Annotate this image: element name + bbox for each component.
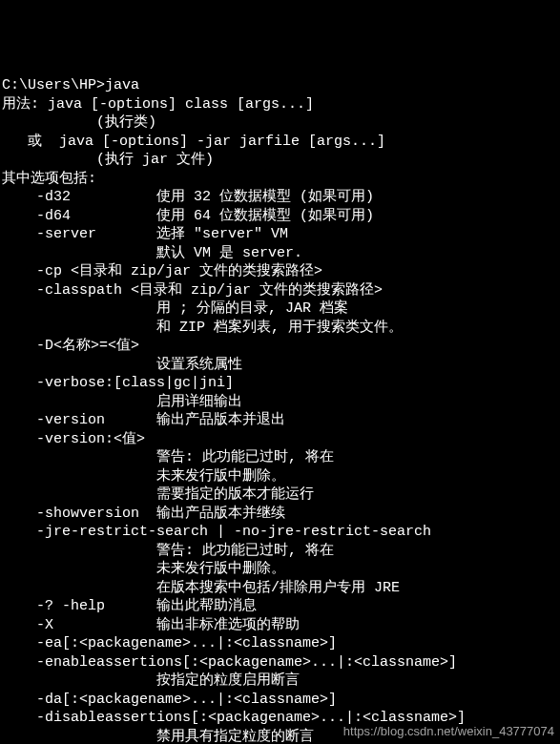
terminal-line: 设置系统属性 [2,356,560,375]
terminal-line: 启用详细输出 [2,393,560,412]
terminal-line: -server 选择 "server" VM [2,225,560,244]
terminal-output: C:\Users\HP>java用法: java [-options] clas… [2,76,560,744]
terminal-line: -? -help 输出此帮助消息 [2,597,560,616]
terminal-line: 需要指定的版本才能运行 [2,486,560,505]
terminal-line: -classpath <目录和 zip/jar 文件的类搜索路径> [2,281,560,300]
terminal-line: 和 ZIP 档案列表, 用于搜索类文件。 [2,319,560,338]
terminal-line: 按指定的粒度启用断言 [2,672,560,691]
terminal-line: 默认 VM 是 server. [2,244,560,263]
terminal-line: -da[:<packagename>...|:<classname>] [2,691,560,710]
terminal-line: -D<名称>=<值> [2,337,560,356]
terminal-line: -jre-restrict-search | -no-jre-restrict-… [2,523,560,542]
terminal-line: 警告: 此功能已过时, 将在 [2,448,560,467]
terminal-line: (执行 jar 文件) [2,151,560,170]
terminal-line: 用法: java [-options] class [args...] [2,95,560,114]
terminal-line: -d64 使用 64 位数据模型 (如果可用) [2,207,560,226]
terminal-line: (执行类) [2,114,560,133]
terminal-line: 或 java [-options] -jar jarfile [args...] [2,133,560,152]
terminal-line: -enableassertions[:<packagename>...|:<cl… [2,653,560,672]
terminal-line: -cp <目录和 zip/jar 文件的类搜索路径> [2,262,560,281]
terminal-line: C:\Users\HP>java [2,76,560,95]
terminal-line: 其中选项包括: [2,170,560,189]
terminal-line: -verbose:[class|gc|jni] [2,374,560,393]
terminal-line: -ea[:<packagename>...|:<classname>] [2,634,560,653]
watermark-text: https://blog.csdn.net/weixin_43777074 [343,724,554,740]
terminal-line: -showversion 输出产品版本并继续 [2,505,560,524]
terminal-line: 在版本搜索中包括/排除用户专用 JRE [2,579,560,598]
terminal-line: 未来发行版中删除。 [2,560,560,579]
terminal-line: -version:<值> [2,430,560,449]
terminal-line: 未来发行版中删除。 [2,467,560,486]
terminal-line: -X 输出非标准选项的帮助 [2,616,560,635]
terminal-line: -version 输出产品版本并退出 [2,411,560,430]
terminal-line: -d32 使用 32 位数据模型 (如果可用) [2,188,560,207]
terminal-line: 警告: 此功能已过时, 将在 [2,542,560,561]
terminal-line: 用 ; 分隔的目录, JAR 档案 [2,300,560,319]
